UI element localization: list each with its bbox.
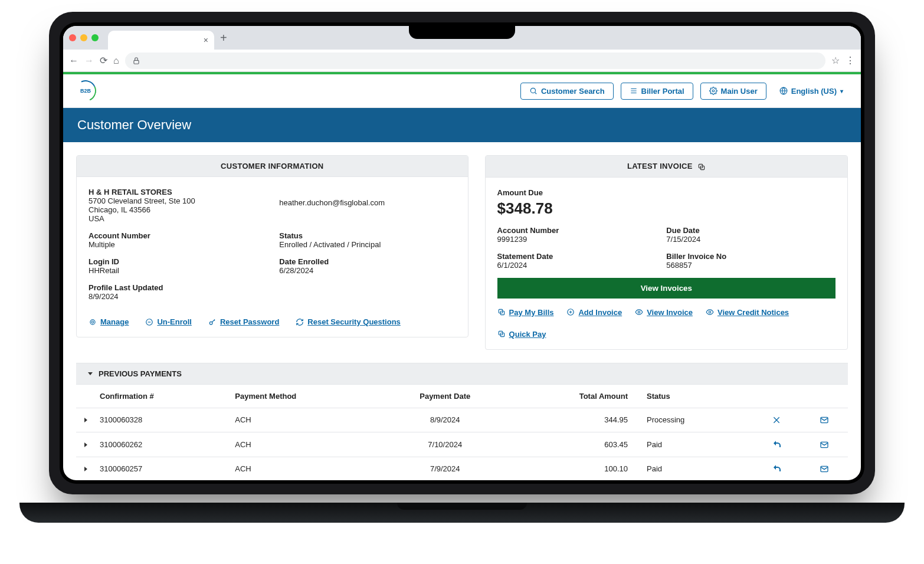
cell-method: ACH [230,432,381,457]
customer-name: H & H RETAIL STORES [89,188,265,196]
cell-total: 344.95 [509,408,633,432]
login-id-value: HHRetail [89,266,265,275]
svg-point-12 [638,311,640,313]
col-status: Status [633,385,753,408]
window-close-dot[interactable] [69,34,76,41]
logo[interactable] [75,80,99,101]
table-row: 3100060328ACH8/9/2024344.95Processing [76,408,848,432]
cell-confirmation: 3100060257 [95,457,230,480]
cell-total: 100.10 [509,457,633,480]
copy-icon [497,330,506,338]
cell-confirmation: 3100060328 [95,408,230,432]
home-icon[interactable]: ⌂ [113,55,119,66]
reload-icon[interactable]: ⟳ [100,55,107,66]
quick-pay-link[interactable]: Quick Pay [497,330,546,339]
customer-addr2: Chicago, IL 43566 [89,205,265,214]
key-icon [208,318,217,326]
undo-icon[interactable] [772,464,782,473]
previous-payments-header[interactable]: PREVIOUS PAYMENTS [76,363,848,385]
view-invoice-link[interactable]: View Invoice [635,308,693,317]
latest-invoice-heading: LATEST INVOICE [486,156,847,178]
cancel-icon[interactable] [772,415,782,424]
previous-payments-table: Confirmation # Payment Method Payment Da… [76,385,848,480]
search-icon [529,87,538,95]
star-icon[interactable]: ☆ [831,55,840,66]
svg-point-1 [530,88,535,93]
view-credit-notices-link[interactable]: View Credit Notices [706,308,789,317]
plus-circle-icon [566,308,575,316]
profile-updated-label: Profile Last Updated [89,283,265,292]
cell-date: 8/9/2024 [381,408,509,432]
add-invoice-link[interactable]: Add Invoice [566,308,622,317]
view-invoices-button[interactable]: View Invoices [497,278,835,299]
svg-point-4 [91,321,94,323]
forward-icon[interactable]: → [84,55,94,66]
expand-row-icon[interactable] [84,467,87,471]
window-maximize-dot[interactable] [91,34,99,41]
statement-date-label: Statement Date [497,252,667,261]
undo-icon[interactable] [772,440,782,448]
cell-status: Paid [633,457,753,480]
refresh-icon [296,318,304,326]
biller-invoice-label: Biller Invoice No [666,252,835,261]
cell-total: 603.45 [509,432,633,457]
amount-due-label: Amount Due [497,188,835,197]
customer-email: heather.duchon@fisglobal.com [279,198,456,207]
cell-date: 7/9/2024 [381,457,509,480]
statement-date-value: 6/1/2024 [497,261,667,270]
back-icon[interactable]: ← [69,55,78,66]
page-title: Customer Overview [63,108,861,142]
login-id-label: Login ID [89,257,265,266]
cell-date: 7/10/2024 [381,432,509,457]
copy-icon [497,308,506,316]
lock-icon [132,56,140,65]
col-total: Total Amount [509,385,633,408]
list-icon [630,87,638,95]
status-label: Status [279,231,456,240]
tab-close-icon[interactable]: × [204,35,208,45]
main-user-button[interactable]: Main User [700,83,766,100]
inv-account-number-value: 9991239 [497,235,667,244]
expand-row-icon[interactable] [84,442,87,447]
reset-security-link[interactable]: Reset Security Questions [296,317,401,326]
customer-search-button[interactable]: Customer Search [520,83,614,100]
pay-my-bills-link[interactable]: Pay My Bills [497,308,554,317]
mail-icon[interactable] [820,415,829,424]
gear-icon [89,318,97,326]
language-selector[interactable]: English (US) ▾ [774,83,849,99]
chevron-down-icon [88,372,93,375]
reset-password-link[interactable]: Reset Password [208,317,279,326]
amount-due-value: $348.78 [497,199,835,218]
biller-portal-button[interactable]: Biller Portal [621,83,693,100]
svg-rect-0 [134,61,139,64]
cell-confirmation: 3100060262 [95,432,230,457]
window-minimize-dot[interactable] [80,34,87,41]
status-value: Enrolled / Activated / Principal [279,240,456,249]
col-method: Payment Method [230,385,381,408]
svg-point-13 [709,311,711,313]
customer-info-heading: CUSTOMER INFORMATION [77,156,468,177]
minus-circle-icon [145,318,153,326]
unenroll-link[interactable]: Un-Enroll [145,317,192,326]
col-date: Payment Date [381,385,509,408]
globe-icon [779,87,788,95]
mail-icon[interactable] [820,440,829,448]
col-confirmation: Confirmation # [95,385,230,408]
copy-icon[interactable] [697,163,706,171]
cell-method: ACH [230,457,381,480]
svg-point-6 [209,322,212,324]
manage-link[interactable]: Manage [89,317,129,326]
expand-row-icon[interactable] [84,418,87,422]
browser-tab[interactable]: × [108,31,214,50]
customer-addr3: USA [89,214,265,223]
account-number-value: Multiple [89,240,265,249]
cell-status: Paid [633,432,753,457]
due-date-label: Due Date [666,226,835,235]
tab-add-icon[interactable]: + [220,31,227,45]
customer-info-card: CUSTOMER INFORMATION H & H RETAIL STORES… [76,155,468,337]
browser-menu-icon[interactable]: ⋮ [846,55,855,66]
url-field[interactable] [125,53,825,69]
latest-invoice-card: LATEST INVOICE Amount Due $348.78 Accoun… [485,155,848,350]
mail-icon[interactable] [820,464,829,473]
eye-icon [635,308,643,316]
